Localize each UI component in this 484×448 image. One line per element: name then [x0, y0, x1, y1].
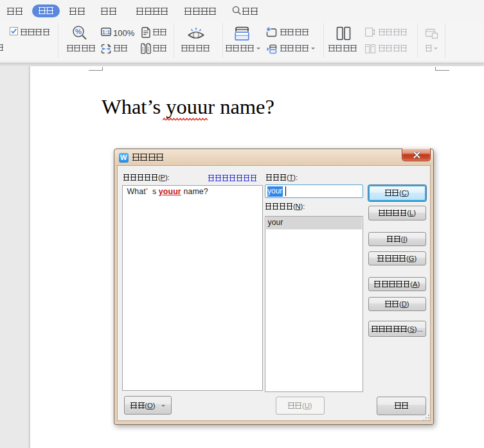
- svg-text:%: %: [75, 28, 82, 35]
- svg-text:1:1: 1:1: [102, 29, 111, 35]
